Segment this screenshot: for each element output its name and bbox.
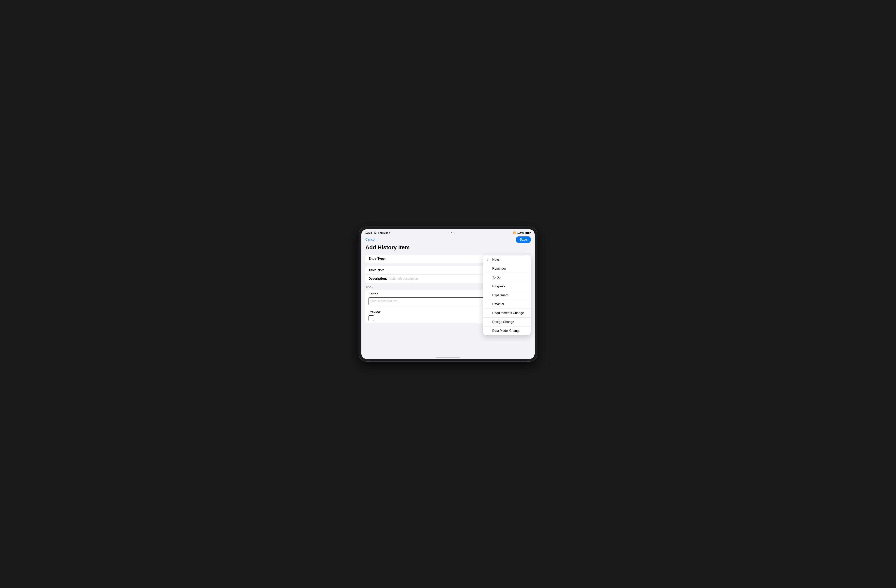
main-content: Add History Item Entry Type: Note ⌃ Titl… xyxy=(361,244,535,354)
checkmark-icon: ✓ xyxy=(487,258,490,261)
dropdown-item-requirements-change-label: Requirements Change xyxy=(492,311,527,315)
dropdown-item-note-label: Note xyxy=(492,258,527,261)
entry-type-dropdown: ✓ Note Reminder To Do Progress Exp xyxy=(483,255,531,335)
wifi-icon: 📶 xyxy=(513,231,516,234)
nav-bar: Cancel Save xyxy=(361,236,535,244)
dropdown-item-progress[interactable]: Progress xyxy=(483,282,531,291)
dropdown-item-data-model-change-label: Data Model Change xyxy=(492,329,527,333)
dropdown-item-todo[interactable]: To Do xyxy=(483,273,531,282)
dropdown-item-refactor-label: Refactor xyxy=(492,302,527,306)
entry-type-label: Entry Type: xyxy=(369,257,386,261)
dropdown-item-experiment[interactable]: Experiment xyxy=(483,291,531,300)
status-time: 12:33 PM Thu Mar 7 xyxy=(365,231,390,234)
save-button[interactable]: Save xyxy=(516,236,531,243)
dropdown-item-experiment-label: Experiment xyxy=(492,293,527,297)
dropdown-item-note[interactable]: ✓ Note xyxy=(483,255,531,264)
description-label: Description: xyxy=(369,277,387,281)
cancel-button[interactable]: Cancel xyxy=(365,237,375,242)
battery-icon xyxy=(525,232,531,234)
editor-placeholder: Enter Markdown text xyxy=(370,299,398,302)
dropdown-item-refactor[interactable]: Refactor xyxy=(483,300,531,309)
status-dots: • • • xyxy=(448,231,455,234)
status-right: 📶 100% xyxy=(513,231,531,234)
battery-percent: 100% xyxy=(517,231,524,234)
dropdown-item-reminder[interactable]: Reminder xyxy=(483,264,531,273)
title-label: Title: xyxy=(369,269,376,272)
device-frame: 12:33 PM Thu Mar 7 • • • 📶 100% Cancel S… xyxy=(359,227,537,361)
device-screen: 12:33 PM Thu Mar 7 • • • 📶 100% Cancel S… xyxy=(361,229,535,359)
home-bar xyxy=(436,357,460,358)
dropdown-item-design-change-label: Design Change xyxy=(492,320,527,324)
dropdown-item-design-change[interactable]: Design Change xyxy=(483,318,531,327)
home-indicator xyxy=(361,354,535,359)
dropdown-item-data-model-change[interactable]: Data Model Change xyxy=(483,327,531,335)
status-bar: 12:33 PM Thu Mar 7 • • • 📶 100% xyxy=(361,229,535,236)
preview-box xyxy=(369,315,374,321)
dropdown-item-progress-label: Progress xyxy=(492,285,527,288)
page-title: Add History Item xyxy=(365,244,531,251)
dropdown-item-todo-label: To Do xyxy=(492,276,527,279)
dropdown-item-reminder-label: Reminder xyxy=(492,267,527,270)
dropdown-item-requirements-change[interactable]: Requirements Change xyxy=(483,309,531,318)
